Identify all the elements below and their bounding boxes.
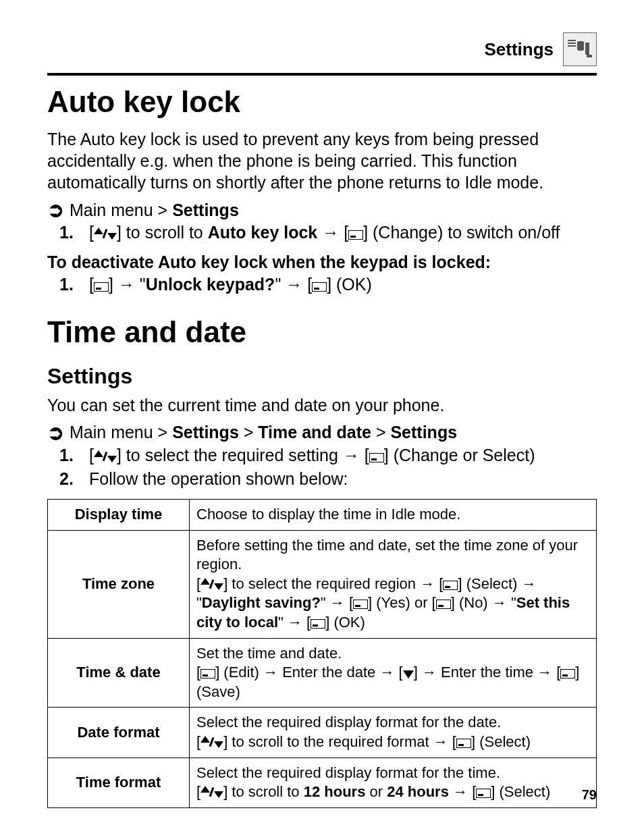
t: > [239,423,259,442]
t: ] (Change or Select) [384,446,535,464]
row-desc: Select the required display format for t… [190,708,597,758]
t: ] to scroll to the required format → [ [223,733,456,750]
page-header: Settings [47,32,597,66]
nav-path-time-date: ➲ Main menu > Settings > Time and date >… [47,423,597,443]
step-number: 2. [59,468,77,491]
t: Auto key lock [208,223,318,242]
row-desc: Before setting the time and date, set th… [190,530,597,638]
t: Before setting the time and date, set th… [196,537,578,573]
softkey-icon [436,600,451,609]
nav-arrow-icon: ➲ [47,423,64,443]
t: ] (Yes) or [ [368,594,436,611]
nav-prefix: Main menu > [70,201,172,219]
page-number: 79 [582,787,597,803]
row-label: Time & date [48,638,190,708]
softkey-icon [311,619,325,629]
svg-rect-10 [585,43,589,55]
table-row: Time zone Before setting the time and da… [48,530,597,638]
t: > [371,423,391,442]
t: Daylight saving? [202,594,321,611]
up-down-icon [200,578,223,590]
t: [ [89,446,94,464]
svg-rect-6 [568,40,576,41]
softkey-icon [348,230,363,240]
t: [ [89,223,94,242]
time-date-steps: 1. [] to select the required setting → [… [59,444,597,492]
t: " → [ [321,594,353,611]
up-down-icon [94,228,117,240]
row-desc: Select the required display format for t… [190,758,597,807]
step-text: [] to select the required setting → [] (… [89,444,535,467]
table-row: Date format Select the required display … [48,708,597,758]
t: Select the required display format for t… [196,714,501,731]
softkey-icon [312,282,327,292]
settings-table: Display time Choose to display the time … [47,499,597,808]
svg-rect-7 [568,43,576,44]
row-label: Display time [48,500,190,531]
t: Settings [390,423,457,442]
logo-icon [566,36,593,63]
up-down-icon [200,736,223,748]
t: ] (Select) [471,733,531,750]
t: 12 hours [304,783,366,800]
row-desc: Choose to display the time in Idle mode. [190,500,597,531]
table-row: Time & date Set the time and date. [] (E… [48,638,597,708]
softkey-icon [476,789,491,798]
t: ] → Enter the time → [ [414,664,561,681]
t: ] (Select) [491,783,550,800]
t: " → [ [278,614,311,631]
softkey-icon [94,282,109,292]
deactivate-steps: 1. [] → "Unlock keypad?" → [] (OK) [59,273,597,296]
t: ] (Change) to switch on/off [363,223,560,242]
up-down-icon [200,786,223,798]
t: Set the time and date. [196,645,342,662]
nav-path-auto-key-lock: ➲ Main menu > Settings [47,200,597,220]
t: [ [89,275,94,294]
t: or [365,783,387,800]
step-1: 1. [] to select the required setting → [… [59,444,597,467]
t: → [ [317,223,348,242]
step-text: [] to scroll to Auto key lock → [] (Chan… [89,221,560,244]
t: " → [ [275,275,312,294]
brand-logo [563,32,597,66]
t: ] to select the required setting → [ [117,446,369,464]
nav-arrow-icon: ➲ [47,200,64,220]
step-number: 1. [59,444,77,467]
t: ] (OK) [325,614,365,631]
time-date-intro: You can set the current time and date on… [47,394,597,416]
step-2: 2. Follow the operation shown below: [59,468,597,491]
down-icon [403,669,414,679]
auto-key-lock-steps: 1. [] to scroll to Auto key lock → [] (C… [59,221,597,244]
t: Unlock keypad? [146,275,275,294]
t: ] to select the required region → [ [223,575,443,592]
table-row: Display time Choose to display the time … [48,500,597,531]
step-number: 1. [59,221,77,244]
t: ] to scroll to [117,223,208,242]
softkey-icon [456,739,471,748]
t: ] (OK) [327,275,372,294]
auto-key-lock-intro: The Auto key lock is used to prevent any… [47,128,597,193]
t: Settings [172,423,239,442]
softkey-icon [369,453,384,462]
step-number: 1. [59,273,77,296]
section-title-auto-key-lock: Auto key lock [47,85,597,119]
step-text: Follow the operation shown below: [89,468,348,491]
t: 24 hours [387,783,449,800]
row-desc: Set the time and date. [] (Edit) → Enter… [190,638,597,708]
row-label: Date format [48,708,190,758]
step-1: 1. [] → "Unlock keypad?" → [] (OK) [59,273,597,296]
softkey-icon [353,600,368,609]
t: Time and date [258,423,371,442]
t: ] (Edit) → Enter the date → [ [215,664,403,681]
subsection-settings: Settings [47,364,597,389]
t: ] to scroll to [223,783,304,800]
softkey-icon [560,669,575,679]
up-down-icon [94,450,117,462]
nav-text: Main menu > Settings > Time and date > S… [70,423,457,442]
step-text: [] → "Unlock keypad?" → [] (OK) [89,273,372,296]
t: → [ [449,783,476,800]
t: ] (No) → " [451,594,516,611]
svg-rect-9 [577,41,584,51]
softkey-icon [443,581,458,590]
row-label: Time zone [48,530,190,638]
